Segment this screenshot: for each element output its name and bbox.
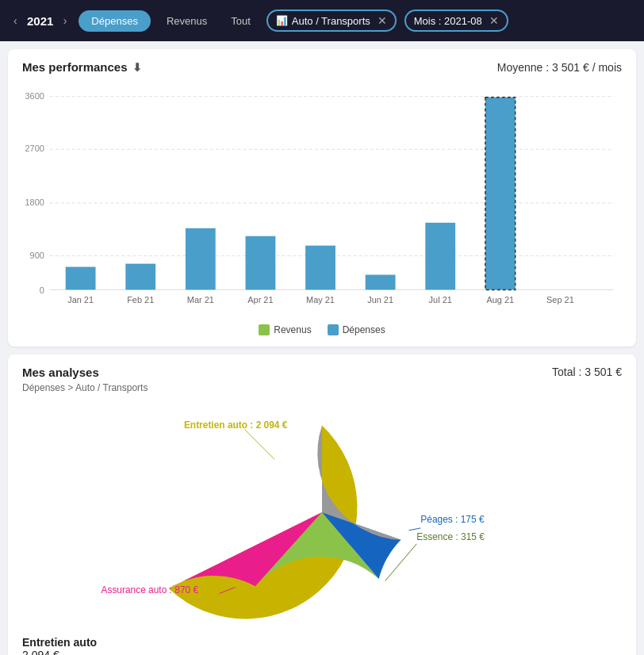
chart-icon: 📊	[276, 15, 288, 26]
bar-chart: 3600 2700 1800 900 0	[22, 80, 622, 318]
download-icon[interactable]: ⬇	[132, 61, 142, 74]
pie-chart-section: Entretien auto : 2 094 € Péages : 175 € …	[22, 401, 622, 623]
svg-text:Jan 21: Jan 21	[67, 295, 94, 305]
month-filter-close[interactable]: ✕	[489, 14, 499, 27]
selected-amount: 2 094 €	[22, 649, 622, 655]
svg-line-20	[408, 528, 420, 531]
bar-jan	[66, 267, 96, 290]
analyses-total: Total : 3 501 €	[552, 366, 622, 378]
top-navigation: ‹ 2021 › Dépenses Revenus Tout 📊 Auto / …	[0, 0, 644, 41]
svg-text:1800: 1800	[25, 197, 44, 207]
pie-chart-svg: Entretien auto : 2 094 € Péages : 175 € …	[22, 405, 622, 619]
svg-text:May 21: May 21	[306, 295, 335, 305]
svg-text:3600: 3600	[25, 91, 44, 101]
legend-depenses-color	[328, 324, 339, 335]
svg-text:Apr 21: Apr 21	[247, 295, 273, 305]
svg-text:2700: 2700	[25, 144, 44, 153]
pie-label-essence: Essence : 315 €	[416, 531, 485, 542]
year-control: ‹ 2021 ›	[10, 13, 71, 29]
category-filter-chip[interactable]: 📊 Auto / Transports ✕	[266, 10, 397, 32]
category-filter-close[interactable]: ✕	[378, 14, 387, 27]
svg-text:0: 0	[40, 285, 44, 295]
svg-line-19	[245, 430, 275, 460]
svg-text:Jun 21: Jun 21	[367, 295, 393, 305]
selected-segment-info: Entretien auto 2 094 € 59.81%	[22, 630, 622, 655]
year-label: 2021	[25, 14, 56, 28]
selected-category: Entretien auto	[22, 636, 622, 649]
pie-label-entretien: Entretien auto : 2 094 €	[184, 419, 288, 431]
analyses-panel: Mes analyses Total : 3 501 € Dépenses > …	[8, 354, 636, 655]
analyses-header: Mes analyses Total : 3 501 €	[22, 366, 622, 379]
bar-jul	[425, 223, 455, 290]
svg-text:Sep 21: Sep 21	[546, 295, 574, 305]
bar-apr	[246, 236, 276, 290]
svg-text:Mar 21: Mar 21	[187, 295, 214, 305]
svg-text:900: 900	[30, 251, 44, 260]
legend-depenses-label: Dépenses	[343, 324, 385, 335]
bar-jun	[366, 274, 396, 289]
perf-avg: Moyenne : 3 501 € / mois	[497, 61, 622, 74]
pie-label-assurance: Assurance auto : 870 €	[101, 584, 198, 596]
legend-revenus: Revenus	[259, 324, 311, 335]
bar-mar	[186, 228, 216, 290]
svg-text:Aug 21: Aug 21	[486, 295, 514, 305]
breadcrumb: Dépenses > Auto / Transports	[22, 382, 622, 393]
perf-title: Mes performances ⬇	[22, 60, 142, 74]
analyses-title: Mes analyses	[22, 366, 99, 379]
month-filter-label: Mois : 2021-08	[414, 15, 482, 27]
legend-depenses: Dépenses	[328, 324, 385, 335]
bar-feb	[125, 264, 155, 290]
performance-panel: Mes performances ⬇ Moyenne : 3 501 € / m…	[8, 49, 636, 347]
depenses-button[interactable]: Dépenses	[79, 10, 151, 32]
legend-revenus-label: Revenus	[274, 324, 311, 335]
pie-label-peages: Péages : 175 €	[420, 514, 485, 525]
next-year-button[interactable]: ›	[59, 13, 71, 29]
category-filter-label: Auto / Transports	[292, 15, 370, 27]
revenus-button[interactable]: Revenus	[159, 12, 215, 30]
bar-chart-svg: 3600 2700 1800 900 0	[22, 80, 622, 318]
svg-text:Jul 21: Jul 21	[429, 295, 452, 305]
month-filter-chip[interactable]: Mois : 2021-08 ✕	[404, 10, 508, 32]
svg-text:Feb 21: Feb 21	[127, 295, 154, 305]
perf-header: Mes performances ⬇ Moyenne : 3 501 € / m…	[22, 60, 622, 74]
legend-revenus-color	[259, 324, 270, 335]
bar-may	[305, 246, 335, 290]
bar-aug	[485, 98, 516, 290]
tout-button[interactable]: Tout	[223, 12, 259, 30]
prev-year-button[interactable]: ‹	[10, 13, 21, 29]
chart-legend: Revenus Dépenses	[22, 324, 622, 335]
